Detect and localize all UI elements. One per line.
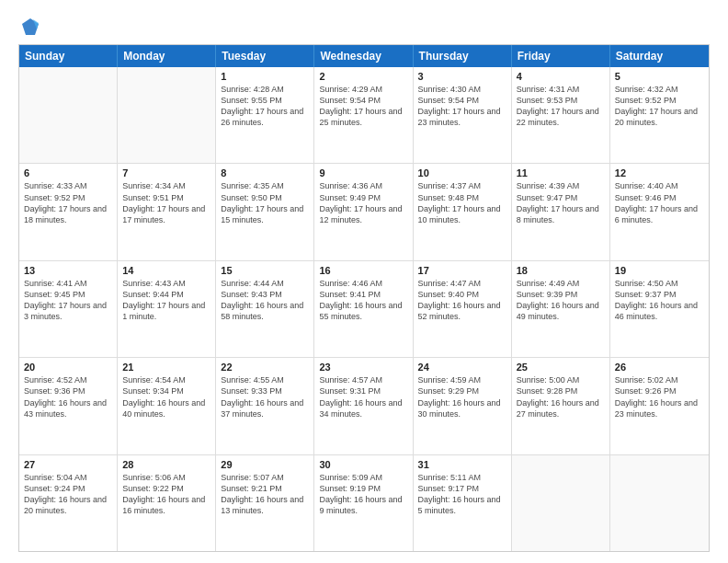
day-info: Sunrise: 5:07 AM Sunset: 9:21 PM Dayligh…: [221, 472, 309, 517]
calendar-cell: 18Sunrise: 4:49 AM Sunset: 9:39 PM Dayli…: [512, 261, 610, 357]
calendar-cell: 31Sunrise: 5:11 AM Sunset: 9:17 PM Dayli…: [414, 455, 512, 551]
day-number: 25: [517, 362, 605, 373]
day-number: 29: [221, 459, 309, 470]
day-info: Sunrise: 4:31 AM Sunset: 9:53 PM Dayligh…: [517, 84, 605, 129]
day-info: Sunrise: 4:36 AM Sunset: 9:49 PM Dayligh…: [319, 180, 407, 225]
day-number: 31: [418, 459, 506, 470]
day-info: Sunrise: 5:09 AM Sunset: 9:19 PM Dayligh…: [319, 472, 407, 517]
day-number: 9: [319, 167, 407, 178]
calendar-cell: [118, 67, 216, 163]
day-number: 7: [122, 167, 210, 178]
day-number: 26: [615, 362, 704, 373]
day-number: 16: [319, 265, 407, 276]
day-number: 14: [122, 265, 210, 276]
calendar-cell: 17Sunrise: 4:47 AM Sunset: 9:40 PM Dayli…: [414, 261, 512, 357]
day-number: 13: [24, 265, 112, 276]
day-info: Sunrise: 4:32 AM Sunset: 9:52 PM Dayligh…: [615, 84, 704, 129]
day-info: Sunrise: 4:50 AM Sunset: 9:37 PM Dayligh…: [615, 278, 704, 323]
calendar-cell: 13Sunrise: 4:41 AM Sunset: 9:45 PM Dayli…: [19, 261, 118, 357]
calendar-week-row: 27Sunrise: 5:04 AM Sunset: 9:24 PM Dayli…: [19, 454, 709, 551]
day-info: Sunrise: 5:00 AM Sunset: 9:28 PM Dayligh…: [517, 374, 605, 419]
logo-flag-icon: [20, 17, 40, 37]
day-number: 8: [221, 167, 309, 178]
calendar-cell: 29Sunrise: 5:07 AM Sunset: 9:21 PM Dayli…: [216, 455, 314, 551]
calendar-week-row: 13Sunrise: 4:41 AM Sunset: 9:45 PM Dayli…: [19, 260, 709, 357]
day-info: Sunrise: 4:54 AM Sunset: 9:34 PM Dayligh…: [122, 374, 210, 419]
day-number: 12: [615, 167, 704, 178]
day-number: 10: [418, 167, 506, 178]
day-number: 17: [418, 265, 506, 276]
calendar-cell: 20Sunrise: 4:52 AM Sunset: 9:36 PM Dayli…: [19, 358, 118, 454]
day-info: Sunrise: 4:34 AM Sunset: 9:51 PM Dayligh…: [122, 180, 210, 225]
day-number: 15: [221, 265, 309, 276]
day-info: Sunrise: 4:30 AM Sunset: 9:54 PM Dayligh…: [418, 84, 506, 129]
calendar-cell: 28Sunrise: 5:06 AM Sunset: 9:22 PM Dayli…: [118, 455, 216, 551]
day-number: 5: [615, 71, 704, 82]
day-info: Sunrise: 4:47 AM Sunset: 9:40 PM Dayligh…: [418, 278, 506, 323]
calendar-cell: 5Sunrise: 4:32 AM Sunset: 9:52 PM Daylig…: [610, 67, 709, 163]
calendar-cell: 4Sunrise: 4:31 AM Sunset: 9:53 PM Daylig…: [512, 67, 610, 163]
day-info: Sunrise: 4:49 AM Sunset: 9:39 PM Dayligh…: [517, 278, 605, 323]
calendar-cell: 12Sunrise: 4:40 AM Sunset: 9:46 PM Dayli…: [610, 164, 709, 259]
day-info: Sunrise: 4:46 AM Sunset: 9:41 PM Dayligh…: [319, 278, 407, 323]
logo: [18, 17, 40, 37]
day-info: Sunrise: 4:57 AM Sunset: 9:31 PM Dayligh…: [319, 374, 407, 419]
day-number: 20: [24, 362, 112, 373]
weekday-header: Thursday: [414, 45, 512, 67]
calendar-cell: 27Sunrise: 5:04 AM Sunset: 9:24 PM Dayli…: [19, 455, 118, 551]
day-info: Sunrise: 4:52 AM Sunset: 9:36 PM Dayligh…: [24, 374, 112, 419]
weekday-header: Wednesday: [314, 45, 413, 67]
day-info: Sunrise: 4:43 AM Sunset: 9:44 PM Dayligh…: [122, 278, 210, 323]
calendar-cell: 10Sunrise: 4:37 AM Sunset: 9:48 PM Dayli…: [414, 164, 512, 259]
day-number: 19: [615, 265, 704, 276]
calendar-cell: 23Sunrise: 4:57 AM Sunset: 9:31 PM Dayli…: [314, 358, 413, 454]
page: SundayMondayTuesdayWednesdayThursdayFrid…: [0, 0, 728, 563]
calendar-week-row: 6Sunrise: 4:33 AM Sunset: 9:52 PM Daylig…: [19, 163, 709, 259]
day-number: 30: [319, 459, 407, 470]
weekday-header: Friday: [512, 45, 610, 67]
day-number: 18: [517, 265, 605, 276]
day-info: Sunrise: 5:02 AM Sunset: 9:26 PM Dayligh…: [615, 374, 704, 419]
day-info: Sunrise: 4:59 AM Sunset: 9:29 PM Dayligh…: [418, 374, 506, 419]
calendar-cell: 15Sunrise: 4:44 AM Sunset: 9:43 PM Dayli…: [216, 261, 314, 357]
calendar-week-row: 20Sunrise: 4:52 AM Sunset: 9:36 PM Dayli…: [19, 357, 709, 454]
calendar-cell: 16Sunrise: 4:46 AM Sunset: 9:41 PM Dayli…: [314, 261, 413, 357]
day-info: Sunrise: 4:41 AM Sunset: 9:45 PM Dayligh…: [24, 278, 112, 323]
calendar-cell: 1Sunrise: 4:28 AM Sunset: 9:55 PM Daylig…: [216, 67, 314, 163]
day-info: Sunrise: 4:28 AM Sunset: 9:55 PM Dayligh…: [221, 84, 309, 129]
calendar-cell: 14Sunrise: 4:43 AM Sunset: 9:44 PM Dayli…: [118, 261, 216, 357]
day-info: Sunrise: 4:44 AM Sunset: 9:43 PM Dayligh…: [221, 278, 309, 323]
day-number: 1: [221, 71, 309, 82]
calendar: SundayMondayTuesdayWednesdayThursdayFrid…: [18, 44, 710, 552]
day-number: 21: [122, 362, 210, 373]
day-number: 6: [24, 167, 112, 178]
calendar-cell: 2Sunrise: 4:29 AM Sunset: 9:54 PM Daylig…: [314, 67, 413, 163]
day-number: 3: [418, 71, 506, 82]
calendar-cell: 26Sunrise: 5:02 AM Sunset: 9:26 PM Dayli…: [610, 358, 709, 454]
calendar-cell: [512, 455, 610, 551]
calendar-cell: 24Sunrise: 4:59 AM Sunset: 9:29 PM Dayli…: [414, 358, 512, 454]
day-number: 24: [418, 362, 506, 373]
calendar-cell: 8Sunrise: 4:35 AM Sunset: 9:50 PM Daylig…: [216, 164, 314, 259]
day-info: Sunrise: 5:06 AM Sunset: 9:22 PM Dayligh…: [122, 472, 210, 517]
day-number: 4: [517, 71, 605, 82]
calendar-cell: 30Sunrise: 5:09 AM Sunset: 9:19 PM Dayli…: [314, 455, 413, 551]
calendar-cell: [610, 455, 709, 551]
day-info: Sunrise: 5:04 AM Sunset: 9:24 PM Dayligh…: [24, 472, 112, 517]
calendar-cell: 22Sunrise: 4:55 AM Sunset: 9:33 PM Dayli…: [216, 358, 314, 454]
calendar-cell: 19Sunrise: 4:50 AM Sunset: 9:37 PM Dayli…: [610, 261, 709, 357]
weekday-header: Tuesday: [216, 45, 314, 67]
day-number: 28: [122, 459, 210, 470]
calendar-week-row: 1Sunrise: 4:28 AM Sunset: 9:55 PM Daylig…: [19, 67, 709, 163]
day-info: Sunrise: 4:39 AM Sunset: 9:47 PM Dayligh…: [517, 180, 605, 225]
day-info: Sunrise: 4:29 AM Sunset: 9:54 PM Dayligh…: [319, 84, 407, 129]
weekday-header: Sunday: [19, 45, 118, 67]
day-info: Sunrise: 4:33 AM Sunset: 9:52 PM Dayligh…: [24, 180, 112, 225]
calendar-cell: 21Sunrise: 4:54 AM Sunset: 9:34 PM Dayli…: [118, 358, 216, 454]
day-number: 2: [319, 71, 407, 82]
day-number: 27: [24, 459, 112, 470]
weekday-header: Saturday: [610, 45, 709, 67]
day-info: Sunrise: 4:35 AM Sunset: 9:50 PM Dayligh…: [221, 180, 309, 225]
day-info: Sunrise: 4:55 AM Sunset: 9:33 PM Dayligh…: [221, 374, 309, 419]
weekday-header: Monday: [118, 45, 216, 67]
